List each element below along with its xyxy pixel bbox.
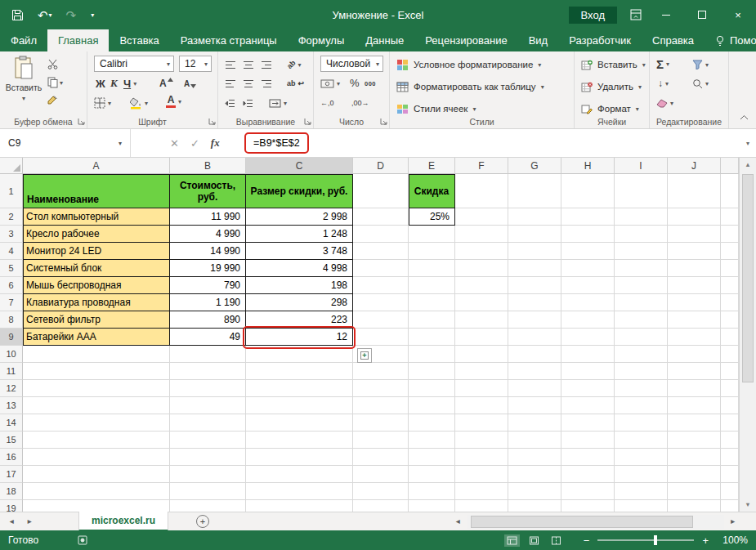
cell-H18[interactable] <box>561 483 615 500</box>
menu-tab-Формулы[interactable]: Формулы <box>288 29 356 51</box>
cell-H8[interactable] <box>561 311 615 329</box>
horizontal-scroll-thumb[interactable] <box>471 516 693 528</box>
cell-F9[interactable] <box>455 329 508 346</box>
cell-E17[interactable] <box>409 466 455 483</box>
cell-G4[interactable] <box>508 243 561 260</box>
cell-D3[interactable] <box>353 226 409 243</box>
menu-tab-Вставка[interactable]: Вставка <box>109 29 169 51</box>
format-painter-button[interactable] <box>47 95 58 105</box>
clear-button[interactable]: ▾ <box>656 95 673 111</box>
cell-B12[interactable] <box>170 380 246 397</box>
cell-F14[interactable] <box>455 414 508 432</box>
row-header-14[interactable]: 14 <box>0 414 23 432</box>
zoom-level[interactable]: 100% <box>720 534 748 546</box>
cell-I9[interactable] <box>615 329 668 346</box>
row-header-10[interactable]: 10 <box>0 346 23 363</box>
align-bottom-button[interactable] <box>261 56 272 73</box>
sheet-nav-right-button[interactable]: ► <box>26 512 33 530</box>
borders-button[interactable]: ▾ <box>94 95 111 111</box>
font-color-button[interactable]: А ▾ <box>166 93 181 110</box>
cell-G2[interactable] <box>508 208 561 226</box>
cell-G11[interactable] <box>508 363 561 380</box>
maximize-button[interactable] <box>684 0 720 29</box>
cell-H9[interactable] <box>561 329 615 346</box>
cell-A4[interactable]: Монитор 24 LED <box>23 243 170 260</box>
cell-E7[interactable] <box>409 294 455 311</box>
cell-B15[interactable] <box>170 432 246 449</box>
cell-J4[interactable] <box>668 243 721 260</box>
cell-G1[interactable] <box>508 174 561 208</box>
cell-I17[interactable] <box>615 466 668 483</box>
cell-I14[interactable] <box>615 414 668 432</box>
column-header-E[interactable]: E <box>409 158 455 174</box>
copy-button[interactable]: ▾ <box>47 77 63 88</box>
cell-C16[interactable] <box>246 449 353 466</box>
cell-J19[interactable] <box>668 500 721 512</box>
cell-C8[interactable]: 223 <box>246 311 353 329</box>
sheet-nav-left-button[interactable]: ◄ <box>8 512 15 530</box>
fill-color-button[interactable]: ▾ <box>130 95 148 111</box>
page-layout-view-button[interactable] <box>526 534 542 547</box>
cell-J15[interactable] <box>668 432 721 449</box>
row-header-11[interactable]: 11 <box>0 363 23 380</box>
close-button[interactable]: × <box>720 0 756 29</box>
cell-I15[interactable] <box>615 432 668 449</box>
cell-E1[interactable]: Скидка <box>409 174 455 208</box>
cell-J8[interactable] <box>668 311 721 329</box>
delete-cells-button[interactable]: Удалить ▾ <box>581 78 642 96</box>
cell-E19[interactable] <box>409 500 455 512</box>
cell-E15[interactable] <box>409 432 455 449</box>
cell-A19[interactable] <box>23 500 170 512</box>
cell-B4[interactable]: 14 990 <box>170 243 246 260</box>
cell-D1[interactable] <box>353 174 409 208</box>
column-header-H[interactable]: H <box>561 158 615 174</box>
cell-D18[interactable] <box>353 483 409 500</box>
cell-B16[interactable] <box>170 449 246 466</box>
cell-K19[interactable] <box>721 500 739 512</box>
zoom-out-button[interactable]: − <box>584 534 590 547</box>
insert-function-button[interactable]: fx <box>211 136 220 150</box>
cell-E12[interactable] <box>409 380 455 397</box>
cell-G5[interactable] <box>508 260 561 277</box>
number-dialog-launcher[interactable] <box>380 118 387 125</box>
row-header-1[interactable]: 1 <box>0 174 23 208</box>
shrink-font-button[interactable]: А <box>184 75 196 92</box>
cell-K5[interactable] <box>721 260 739 277</box>
menu-tab-Рецензирование[interactable]: Рецензирование <box>414 29 517 51</box>
cell-B6[interactable]: 790 <box>170 277 246 294</box>
cell-E16[interactable] <box>409 449 455 466</box>
cell-F4[interactable] <box>455 243 508 260</box>
cell-A1[interactable]: Наименование <box>23 174 170 208</box>
cell-B10[interactable] <box>170 346 246 363</box>
sheet-tab-active[interactable]: microexcel.ru <box>78 512 168 531</box>
cell-I8[interactable] <box>615 311 668 329</box>
ribbon-display-options-button[interactable] <box>630 9 642 20</box>
cell-B13[interactable] <box>170 397 246 414</box>
cell-A18[interactable] <box>23 483 170 500</box>
cell-F11[interactable] <box>455 363 508 380</box>
cell-B18[interactable] <box>170 483 246 500</box>
cell-E9[interactable] <box>409 329 455 346</box>
cell-K13[interactable] <box>721 397 739 414</box>
cell-D15[interactable] <box>353 432 409 449</box>
cell-A8[interactable]: Сетевой фильтр <box>23 311 170 329</box>
cell-D11[interactable] <box>353 363 409 380</box>
cell-G18[interactable] <box>508 483 561 500</box>
cell-J3[interactable] <box>668 226 721 243</box>
zoom-slider-thumb[interactable] <box>654 535 657 545</box>
cell-D5[interactable] <box>353 260 409 277</box>
cell-G17[interactable] <box>508 466 561 483</box>
cell-A11[interactable] <box>23 363 170 380</box>
cell-I3[interactable] <box>615 226 668 243</box>
cell-B2[interactable]: 11 990 <box>170 208 246 226</box>
cell-K14[interactable] <box>721 414 739 432</box>
fill-button[interactable]: ↓ ▾ <box>658 75 669 92</box>
cell-D13[interactable] <box>353 397 409 414</box>
paste-button[interactable]: Вставить ▾ <box>5 56 42 116</box>
undo-button[interactable]: ↶ ▾ <box>38 9 52 21</box>
wrap-text-button[interactable]: ab ↩ <box>287 75 304 92</box>
zoom-slider[interactable] <box>597 539 694 541</box>
cell-B5[interactable]: 19 990 <box>170 260 246 277</box>
currency-format-button[interactable]: ▾ <box>320 75 340 92</box>
align-middle-button[interactable] <box>243 56 254 73</box>
